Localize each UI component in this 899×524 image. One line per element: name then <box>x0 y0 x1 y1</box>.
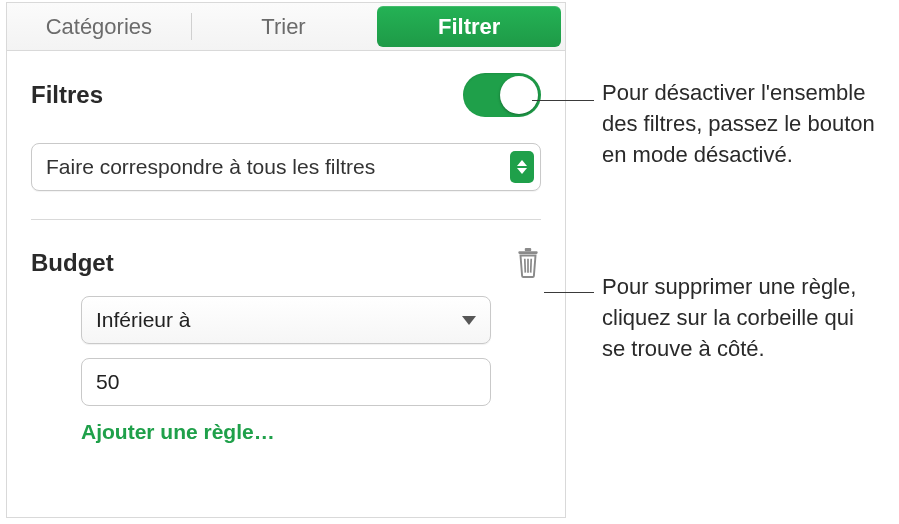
callout-delete: Pour supprimer une règle, cliquez sur la… <box>602 272 882 364</box>
filters-section: Filtres Faire correspondre à tous les fi… <box>7 51 565 248</box>
tab-label: Catégories <box>46 14 152 40</box>
tab-bar: Catégories Trier Filtrer <box>7 3 565 51</box>
operator-label: Inférieur à <box>96 308 191 332</box>
rule-body: Inférieur à Ajouter une règle… <box>7 278 565 444</box>
filters-toggle[interactable] <box>463 73 541 117</box>
rule-header: Budget <box>7 248 565 278</box>
section-divider <box>31 219 541 220</box>
filter-panel: Catégories Trier Filtrer Filtres Faire c… <box>6 2 566 518</box>
tab-label: Trier <box>261 14 305 40</box>
match-mode-popup[interactable]: Faire correspondre à tous les filtres <box>31 143 541 191</box>
svg-rect-0 <box>518 251 537 254</box>
chevron-down-icon <box>462 316 476 325</box>
callout-toggle: Pour désactiver l'ensemble des filtres, … <box>602 78 882 170</box>
match-mode-label: Faire correspondre à tous les filtres <box>46 155 375 179</box>
operator-select[interactable]: Inférieur à <box>81 296 491 344</box>
trash-icon[interactable] <box>515 248 541 278</box>
filters-title: Filtres <box>31 81 103 109</box>
tab-categories[interactable]: Catégories <box>7 3 191 50</box>
toggle-knob <box>500 76 538 114</box>
callout-leader <box>532 100 594 101</box>
add-rule-link[interactable]: Ajouter une règle… <box>81 420 491 444</box>
popup-stepper-icon <box>510 151 534 183</box>
tab-label: Filtrer <box>438 14 500 40</box>
tab-filter[interactable]: Filtrer <box>377 6 561 47</box>
svg-line-4 <box>531 259 532 273</box>
filters-header: Filtres <box>31 73 541 117</box>
callout-leader <box>544 292 594 293</box>
svg-line-2 <box>525 259 526 273</box>
rule-column-label: Budget <box>31 249 114 277</box>
svg-rect-1 <box>525 248 531 251</box>
value-input[interactable] <box>81 358 491 406</box>
tab-sort[interactable]: Trier <box>192 3 376 50</box>
